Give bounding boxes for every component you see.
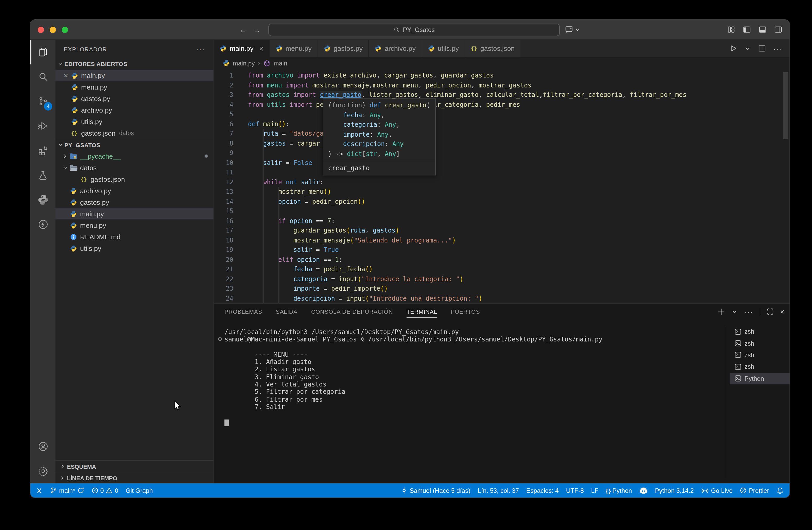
close-window-button[interactable] bbox=[38, 26, 44, 33]
open-editor-gastos.json[interactable]: {}gastos.jsondatos bbox=[56, 127, 214, 139]
activity-item-run-debug[interactable] bbox=[30, 114, 56, 138]
status-go-live[interactable]: Go Live bbox=[701, 484, 733, 498]
toggle-sidebar-icon[interactable] bbox=[743, 26, 751, 33]
code-line-21: 21 fecha = pedir_fecha() bbox=[214, 264, 789, 274]
split-editor-icon[interactable] bbox=[758, 44, 766, 52]
tab-main.py[interactable]: main.py× bbox=[214, 40, 270, 57]
tree-item-archivo.py[interactable]: archivo.py bbox=[56, 185, 214, 196]
status-cursor-position[interactable]: Lín. 53, col. 37 bbox=[478, 484, 519, 498]
activity-item-testing[interactable] bbox=[30, 163, 56, 187]
tree-item-gastos.json[interactable]: {}gastos.json bbox=[56, 173, 214, 185]
tree-item-README.md[interactable]: README.md bbox=[56, 231, 214, 242]
tree-item-menu.py[interactable]: menu.py bbox=[56, 220, 214, 231]
open-editor-utils.py[interactable]: utils.py bbox=[56, 116, 214, 127]
panel-tab-consola-de-depuración[interactable]: CONSOLA DE DEPURACIÓN bbox=[311, 304, 393, 319]
status-copilot[interactable] bbox=[639, 484, 648, 498]
open-editor-main.py[interactable]: ×main.py bbox=[56, 70, 214, 81]
more-icon[interactable]: ··· bbox=[744, 307, 753, 316]
tree-item-main.py[interactable]: main.py bbox=[56, 208, 214, 220]
breadcrumb[interactable]: main.py › main bbox=[214, 57, 789, 69]
tree-item-label: __pycache__ bbox=[80, 152, 120, 160]
status-bar: main*00Git Graph Samuel (Hace 5 días)Lín… bbox=[30, 484, 789, 498]
minimize-window-button[interactable] bbox=[50, 26, 56, 33]
status-commit-author[interactable]: Samuel (Hace 5 días) bbox=[401, 484, 470, 498]
toggle-secondary-sidebar-icon[interactable] bbox=[774, 26, 782, 33]
tab-gastos.py[interactable]: gastos.py bbox=[318, 40, 369, 57]
explorer-more-actions-icon[interactable]: ··· bbox=[196, 45, 205, 53]
status-notifications[interactable] bbox=[777, 484, 784, 498]
status-eol[interactable]: LF bbox=[591, 484, 598, 498]
status-remote-indicator[interactable] bbox=[35, 484, 43, 498]
panel-tab-terminal[interactable]: TERMINAL bbox=[407, 304, 437, 319]
tree-item-__pycache__[interactable]: __pycache__ bbox=[56, 150, 214, 162]
terminal-session-zsh-0[interactable]: zsh bbox=[730, 326, 789, 337]
activity-item-python[interactable] bbox=[30, 187, 56, 212]
activity-item-source-control[interactable]: 4 bbox=[30, 89, 56, 114]
terminal-output[interactable]: /usr/local/bin/python3 /Users/samuel/Des… bbox=[224, 329, 722, 426]
status-problems[interactable]: 00 bbox=[91, 484, 118, 498]
terminal-dropdown-icon[interactable] bbox=[731, 308, 738, 315]
status-git-branch[interactable]: main* bbox=[50, 484, 84, 498]
activity-item-settings[interactable] bbox=[30, 459, 56, 484]
status-encoding[interactable]: UTF-8 bbox=[566, 484, 584, 498]
run-dropdown-icon[interactable] bbox=[744, 45, 751, 52]
python-file-icon bbox=[323, 45, 330, 52]
code-line-23: 23 importe = pedir_importe() bbox=[214, 284, 789, 294]
maximize-panel-icon[interactable] bbox=[767, 308, 774, 315]
project-section-header[interactable]: PY_GSATOS bbox=[56, 139, 214, 150]
close-tab-icon[interactable]: × bbox=[259, 44, 263, 53]
terminal-session-zsh-1[interactable]: zsh bbox=[730, 337, 789, 349]
command-center-search[interactable]: PY_Gsatos bbox=[269, 24, 560, 36]
code-line-9: 9 bbox=[214, 148, 789, 158]
line-number: 7 bbox=[214, 129, 233, 139]
tree-item-gastos.py[interactable]: gastos.py bbox=[56, 196, 214, 208]
activity-item-search[interactable] bbox=[30, 65, 56, 89]
navigate-forward-icon[interactable]: → bbox=[253, 25, 261, 34]
editor-scrollbar[interactable] bbox=[783, 72, 788, 139]
open-editor-archivo.py[interactable]: archivo.py bbox=[56, 104, 214, 116]
code-editor[interactable]: 1from archivo import existe_archivo, car… bbox=[214, 69, 789, 303]
status-python-version[interactable]: Python 3.14.2 bbox=[655, 484, 694, 498]
open-editor-menu.py[interactable]: menu.py bbox=[56, 81, 214, 93]
more-actions-icon[interactable]: ··· bbox=[773, 44, 783, 53]
sidebar-section-esquema[interactable]: ESQUEMA bbox=[56, 460, 214, 472]
activity-item-explorer[interactable] bbox=[30, 40, 56, 65]
activity-item-thunder[interactable] bbox=[30, 212, 56, 237]
tab-utils.py[interactable]: utils.py bbox=[422, 40, 465, 57]
chevron-right-icon[interactable] bbox=[61, 153, 69, 159]
crear-gasto-link[interactable]: crear_gasto bbox=[320, 91, 362, 98]
terminal-session-python-4[interactable]: Python bbox=[730, 373, 789, 385]
tab-menu.py[interactable]: menu.py bbox=[270, 40, 318, 57]
navigate-back-icon[interactable]: ← bbox=[239, 25, 246, 34]
session-label: zsh bbox=[744, 328, 754, 335]
status-git-graph[interactable]: Git Graph bbox=[126, 484, 153, 498]
open-editor-gastos.py[interactable]: gastos.py bbox=[56, 93, 214, 104]
chevron-down-icon[interactable] bbox=[61, 165, 69, 170]
tree-item-utils.py[interactable]: utils.py bbox=[56, 242, 214, 254]
line-number: 3 bbox=[214, 90, 233, 100]
status-indentation[interactable]: Espacios: 4 bbox=[526, 484, 559, 498]
zoom-window-button[interactable] bbox=[62, 26, 68, 33]
copilot-menu[interactable] bbox=[565, 26, 581, 33]
panel-tab-puertos[interactable]: PUERTOS bbox=[451, 304, 480, 319]
status-prettier[interactable]: Prettier bbox=[740, 484, 769, 498]
toggle-panel-icon[interactable] bbox=[759, 26, 767, 33]
open-editors-section-header[interactable]: EDITORES ABIERTOS bbox=[56, 58, 214, 70]
status-language-mode[interactable]: { }Python bbox=[606, 484, 632, 498]
terminal-session-zsh-3[interactable]: zsh bbox=[730, 361, 789, 373]
tree-item-datos[interactable]: datos bbox=[56, 162, 214, 173]
tab-archivo.py[interactable]: archivo.py bbox=[369, 40, 422, 57]
status-text: Lín. 53, col. 37 bbox=[478, 487, 519, 494]
sidebar-section-línea-de-tiempo[interactable]: LÍNEA DE TIEMPO bbox=[56, 472, 214, 484]
terminal-session-zsh-2[interactable]: zsh bbox=[730, 349, 789, 361]
activity-item-accounts[interactable] bbox=[30, 434, 56, 459]
run-icon[interactable] bbox=[729, 44, 737, 52]
activity-item-extensions[interactable] bbox=[30, 138, 56, 163]
close-editor-icon[interactable]: × bbox=[62, 72, 70, 79]
new-terminal-icon[interactable] bbox=[717, 308, 725, 316]
tab-gastos.json[interactable]: {}gastos.json bbox=[465, 40, 521, 57]
customize-layout-icon[interactable] bbox=[727, 26, 735, 33]
panel-tab-salida[interactable]: SALIDA bbox=[276, 304, 298, 319]
close-panel-icon[interactable]: × bbox=[780, 308, 784, 315]
panel-tab-problemas[interactable]: PROBLEMAS bbox=[224, 304, 262, 319]
